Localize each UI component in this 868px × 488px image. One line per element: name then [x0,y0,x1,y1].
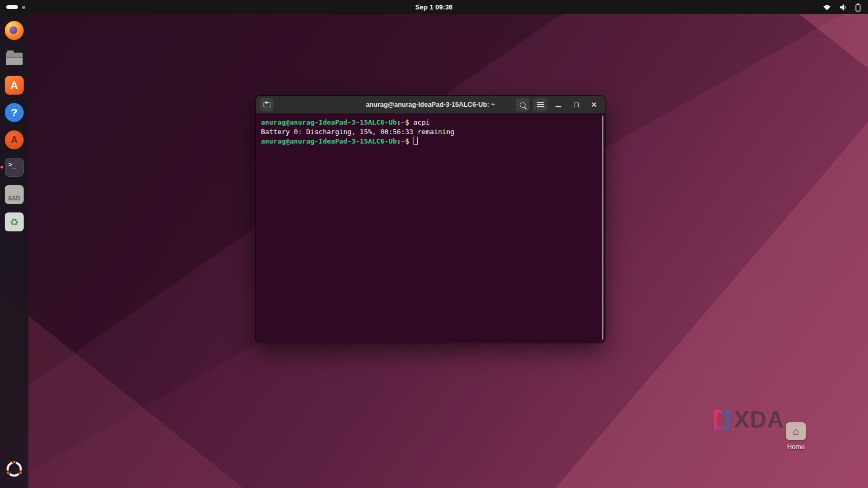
clock[interactable]: Sep 1 09:36 [416,0,453,14]
terminal-header-bar[interactable]: anurag@anurag-IdeaPad-3-15ALC6-Ub: ~ ✕ [256,96,605,114]
ubuntu-show-apps-icon [5,460,24,479]
dock-item-firefox[interactable] [4,21,24,40]
files-folder-icon [6,53,23,65]
dock: SSD [0,14,28,488]
workspace-active-pill[interactable] [6,5,18,9]
top-bar: Sep 1 09:36 [0,0,868,14]
prompt-path: ~ [401,118,405,126]
terminal-output-line: Battery 0: Discharging, 15%, 00:56:33 re… [261,127,600,137]
maximize-icon [574,103,579,107]
terminal-window-title: anurag@anurag-IdeaPad-3-15ALC6-Ub: ~ [366,101,494,108]
typed-command: acpi [413,118,430,126]
dock-item-files[interactable] [4,48,24,68]
terminal-cursor [413,137,418,145]
minimize-button[interactable] [551,98,565,111]
search-icon [520,102,526,108]
menu-button[interactable] [533,98,547,111]
help-icon [5,103,24,122]
prompt-dollar: $ [405,137,409,145]
hamburger-menu-icon [537,104,544,105]
ssd-drive-icon: SSD [5,185,24,204]
workspace-indicator[interactable] [6,0,25,14]
app-center-icon [5,76,24,95]
battery-icon[interactable] [855,3,861,12]
maximize-button[interactable] [569,98,583,111]
search-button[interactable] [516,98,529,111]
minimize-icon [556,106,561,107]
dock-item-show-apps[interactable] [4,463,24,483]
dock-item-ssd-drive[interactable]: SSD [4,185,24,205]
home-folder-label: Home [787,443,804,451]
desktop-home-shortcut[interactable]: Home [778,422,814,451]
prompt-userhost: anurag@anurag-IdeaPad-3-15ALC6-Ub [261,118,397,126]
xda-bracket-left-icon [714,410,721,429]
firefox-icon [5,21,24,40]
terminal-output-area[interactable]: anurag@anurag-IdeaPad-3-15ALC6-Ub:~$acpi… [256,114,605,342]
dock-item-software-updater[interactable] [4,130,24,150]
dock-item-app-center[interactable] [4,75,24,95]
new-tab-button[interactable] [260,98,274,111]
system-status-area[interactable] [823,0,861,14]
terminal-window: anurag@anurag-IdeaPad-3-15ALC6-Ub: ~ ✕ a… [256,96,605,343]
ssd-drive-label: SSD [8,195,20,201]
terminal-prompt-line: anurag@anurag-IdeaPad-3-15ALC6-Ub:~$ [261,137,600,146]
close-icon: ✕ [591,101,597,108]
prompt-colon: : [397,118,401,126]
workspace-inactive-dot[interactable] [22,6,25,9]
trash-icon [5,212,24,231]
close-button[interactable]: ✕ [587,98,601,111]
running-indicator-dot [1,166,3,169]
dock-item-help[interactable] [4,103,24,123]
xda-bracket-right-icon [723,410,730,429]
software-updater-icon [5,130,24,149]
prompt-dollar: $ [405,118,409,126]
terminal-command-line: anurag@anurag-IdeaPad-3-15ALC6-Ub:~$acpi [261,118,600,127]
terminal-icon [5,158,24,177]
home-folder-icon[interactable] [786,422,806,440]
new-tab-icon [264,102,270,107]
prompt-userhost: anurag@anurag-IdeaPad-3-15ALC6-Ub [261,137,397,145]
terminal-scrollbar[interactable] [602,116,603,340]
xda-watermark: XDA [714,408,784,431]
prompt-colon: : [397,137,401,145]
prompt-path: ~ [401,137,405,145]
dock-item-terminal[interactable] [4,157,24,177]
terminal-header-controls: ✕ [516,98,601,111]
network-icon[interactable] [823,4,831,11]
dock-item-trash[interactable] [4,212,24,232]
xda-watermark-text: XDA [734,408,784,431]
volume-icon[interactable] [839,4,847,11]
